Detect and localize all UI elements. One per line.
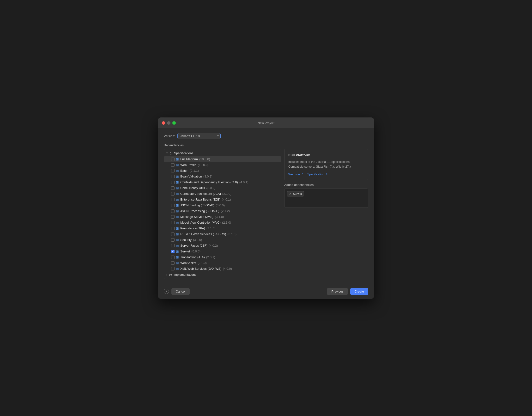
spec-icon: ⊞: [176, 221, 179, 225]
version-select-wrapper: Jakarta EE 8 Jakarta EE 9 Jakarta EE 9.1…: [177, 133, 221, 139]
dep-version: (4.0.1): [239, 180, 248, 184]
main-content: Version: Jakarta EE 8 Jakarta EE 9 Jakar…: [158, 128, 374, 284]
spec-icon: ⊞: [176, 180, 179, 184]
spec-icon: ⊞: [176, 244, 179, 248]
dep-name: Server Faces (JSF): [180, 244, 208, 247]
added-deps-box: ✕ Servlet: [284, 189, 368, 208]
list-item[interactable]: ⊞ RESTful Web Services (JAX-RS) (3.1.0): [164, 231, 281, 237]
dep-version: (2.1.0): [198, 261, 207, 265]
added-dep-tag: ✕ Servlet: [287, 191, 304, 196]
list-item[interactable]: ⊞ Web Profile (10.0.0): [164, 162, 281, 168]
dep-checkbox-full-platform[interactable]: [171, 158, 175, 161]
dep-checkbox-websocket[interactable]: [171, 261, 175, 265]
dep-checkbox-servlet[interactable]: [171, 250, 175, 253]
dep-checkbox-security[interactable]: [171, 238, 175, 242]
dep-name: Servlet: [180, 250, 190, 253]
dep-version: (3.1.0): [227, 232, 237, 236]
dep-checkbox-jpa[interactable]: [171, 227, 175, 230]
list-item[interactable]: ⊞ Enterprise Java Beans (EJB) (4.0.1): [164, 197, 281, 203]
minimize-button[interactable]: [167, 121, 171, 125]
folder-icon: 🗂: [169, 273, 172, 277]
spec-icon: ⊞: [176, 238, 179, 242]
dep-name: RESTful Web Services (JAX-RS): [180, 232, 226, 236]
info-links: Web site ↗ Specification ↗: [288, 173, 364, 176]
list-item[interactable]: ⊞ JSON Binding (JSON-B) (3.0.0): [164, 203, 281, 208]
list-item[interactable]: ⊞ Transaction (JTA) (2.0.1): [164, 254, 281, 260]
dep-name: Full Platform: [180, 157, 198, 161]
dep-version: (2.0.1): [206, 255, 215, 259]
dep-version: (3.1.0): [207, 226, 216, 230]
spec-icon: ⊞: [176, 261, 179, 265]
help-button[interactable]: ?: [164, 289, 169, 294]
dep-checkbox-web-profile[interactable]: [171, 163, 175, 167]
remove-dep-button[interactable]: ✕: [289, 192, 291, 195]
dependencies-label: Dependencies:: [164, 143, 368, 147]
dependencies-list[interactable]: ▾ 🗂 Specifications ⊞ Full Platform (10.0…: [164, 149, 281, 279]
list-item[interactable]: ⊞ Contexts and Dependency Injection (CDI…: [164, 179, 281, 185]
dep-name: Batch: [180, 169, 188, 173]
list-item[interactable]: ⊞ Model View Controller (MVC) (2.1.0): [164, 220, 281, 225]
footer-left: ? Cancel: [164, 288, 190, 295]
dep-checkbox-cdi[interactable]: [171, 181, 175, 184]
list-item[interactable]: ⊞ Bean Validation (3.0.2): [164, 174, 281, 179]
dep-version: (10.0.0): [199, 157, 210, 161]
spec-icon: ⊞: [176, 203, 179, 207]
implementations-category[interactable]: › 🗂 Implementations: [164, 272, 281, 278]
dep-checkbox-jaxrs[interactable]: [171, 232, 175, 236]
dep-checkbox-batch[interactable]: [171, 169, 175, 173]
maximize-button[interactable]: [172, 121, 176, 125]
create-button[interactable]: Create: [350, 288, 368, 295]
version-row: Version: Jakarta EE 8 Jakarta EE 9 Jakar…: [164, 133, 368, 139]
dep-version: (2.1.0): [222, 221, 231, 224]
cancel-button[interactable]: Cancel: [171, 288, 190, 295]
website-link[interactable]: Web site ↗: [288, 173, 304, 176]
main-area: ▾ 🗂 Specifications ⊞ Full Platform (10.0…: [164, 149, 368, 279]
dep-checkbox-jsf[interactable]: [171, 244, 175, 247]
spec-icon: ⊞: [176, 198, 179, 202]
dep-version: (3.0.2): [207, 186, 216, 190]
dep-checkbox-bean-validation[interactable]: [171, 175, 175, 178]
dep-checkbox-jms[interactable]: [171, 215, 175, 219]
dep-checkbox-connector[interactable]: [171, 192, 175, 195]
spec-icon: ⊞: [176, 169, 179, 173]
dep-version: (3.0.2): [203, 175, 212, 178]
list-item[interactable]: ⊞ XML Web Services (JAX-WS) (4.0.0): [164, 266, 281, 272]
version-select[interactable]: Jakarta EE 8 Jakarta EE 9 Jakarta EE 9.1…: [177, 133, 221, 139]
dep-version: (2.1.2): [221, 209, 230, 213]
list-item[interactable]: ⊞ Batch (2.1.1): [164, 168, 281, 174]
previous-button[interactable]: Previous: [327, 288, 348, 295]
dep-checkbox-concurrency[interactable]: [171, 186, 175, 190]
dep-checkbox-jta[interactable]: [171, 256, 175, 259]
folder-icon: 🗂: [169, 151, 173, 155]
list-item[interactable]: ⊞ Message Service (JMS) (3.1.0): [164, 214, 281, 220]
dep-name: Enterprise Java Beans (EJB): [180, 198, 220, 201]
dep-name: Model View Controller (MVC): [180, 221, 221, 224]
list-item[interactable]: ⊞ Servlet (6.0.0): [164, 249, 281, 254]
spec-icon: ⊞: [176, 255, 179, 259]
list-item[interactable]: ⊞ WebSocket (2.1.0): [164, 260, 281, 266]
list-item[interactable]: ⊞ Concurrency Utils (3.0.2): [164, 185, 281, 191]
added-deps-label: Added dependencies:: [284, 183, 368, 187]
dep-name: Security: [180, 238, 191, 242]
dep-checkbox-jaxws[interactable]: [171, 267, 175, 271]
specification-link[interactable]: Specification ↗: [307, 173, 328, 176]
list-item[interactable]: ⊞ Security (3.0.0): [164, 237, 281, 243]
list-item[interactable]: ⊞ JSON Processing (JSON-P) (2.1.2): [164, 208, 281, 214]
close-button[interactable]: [162, 121, 165, 125]
dep-checkbox-jsonp[interactable]: [171, 209, 175, 213]
info-title: Full Platform: [288, 153, 364, 157]
dep-version: (4.0.2): [209, 244, 218, 247]
dep-checkbox-ejb[interactable]: [171, 198, 175, 201]
list-item[interactable]: ⊞ Connector Architecture (JCA) (2.1.0): [164, 191, 281, 197]
dep-checkbox-jsonb[interactable]: [171, 204, 175, 207]
traffic-lights: [162, 121, 176, 125]
specifications-category[interactable]: ▾ 🗂 Specifications: [164, 150, 281, 156]
dep-checkbox-mvc[interactable]: [171, 221, 175, 224]
list-item[interactable]: ⊞ Persistence (JPA) (3.1.0): [164, 225, 281, 231]
info-description: Includes most of the Jakarta EE specific…: [288, 159, 364, 169]
list-item[interactable]: ⊞ Server Faces (JSF) (4.0.2): [164, 243, 281, 249]
list-item[interactable]: ⊞ Full Platform (10.0.0): [164, 156, 281, 162]
spec-icon: ⊞: [176, 226, 179, 230]
dep-version: (6.0.0): [191, 250, 200, 253]
dep-version: (2.1.1): [190, 169, 199, 173]
